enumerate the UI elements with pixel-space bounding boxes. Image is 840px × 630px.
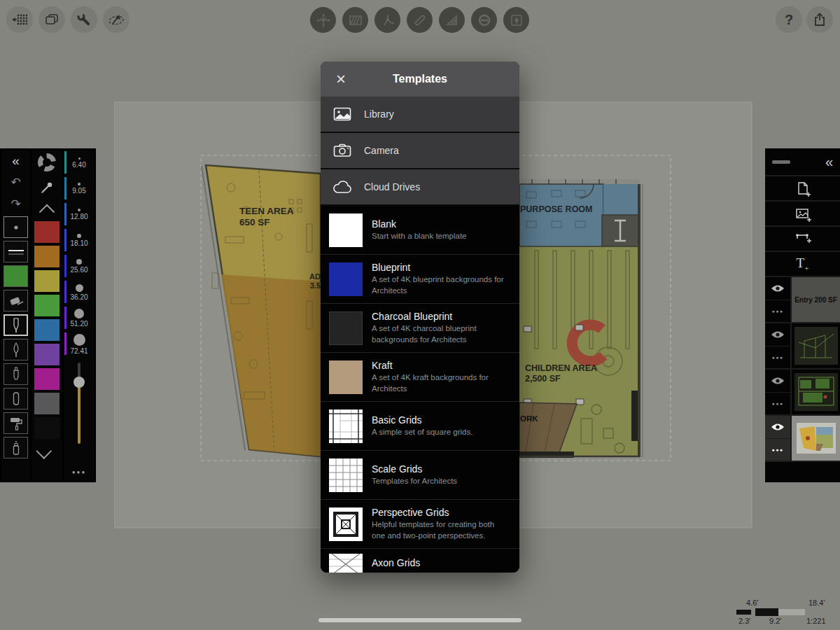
panel-drag-handle[interactable] <box>772 160 790 164</box>
template-blank[interactable]: Blank Start with a blank template <box>321 206 519 255</box>
layer-visibility-button[interactable] <box>765 416 790 439</box>
import-image-button[interactable] <box>765 202 840 227</box>
brush-size-option[interactable]: 25.60 <box>64 253 94 279</box>
share-button[interactable] <box>806 6 833 33</box>
brush-size-option[interactable]: 51.20 <box>64 305 94 331</box>
template-desc: Templates for Architects <box>372 476 457 486</box>
stamp-tool-button[interactable] <box>503 7 529 33</box>
template-axon-grids[interactable]: Axon Grids <box>321 549 519 573</box>
template-scale-grids[interactable]: Scale Grids Templates for Architects <box>321 451 519 500</box>
documents-button[interactable] <box>38 6 65 33</box>
ruler-tool-button[interactable] <box>407 7 433 33</box>
swatch-scroll-down-button[interactable] <box>31 440 62 464</box>
add-image-icon <box>794 205 812 222</box>
template-perspective-grids[interactable]: Perspective Grids Helpful templates for … <box>321 500 519 549</box>
set-square-button[interactable] <box>439 7 465 33</box>
layer-thumbnail[interactable] <box>792 370 840 414</box>
eraser-ring-button[interactable] <box>471 7 497 33</box>
undo-button[interactable]: ↶ <box>1 172 30 193</box>
select-tool-button[interactable] <box>103 6 130 33</box>
source-camera[interactable]: Camera <box>321 133 519 169</box>
eye-icon <box>771 284 785 293</box>
airbrush-tool[interactable] <box>4 437 28 458</box>
camera-icon <box>333 144 351 158</box>
adult-sf-fragment: 3.5 <box>310 281 321 290</box>
soft-pencil-tool[interactable] <box>4 216 28 238</box>
help-button[interactable]: ? <box>776 6 802 33</box>
layer-visibility-button[interactable] <box>765 323 790 346</box>
template-kraft[interactable]: Kraft A set of 4K kraft backgrounds for … <box>321 353 519 402</box>
template-blueprint[interactable]: Blueprint A set of 4K blueprint backgrou… <box>321 255 519 304</box>
canvas-grid-button[interactable] <box>6 6 33 33</box>
template-charcoal-blueprint[interactable]: Charcoal Blueprint A set of 4K charcoal … <box>321 304 519 353</box>
swatch-black[interactable] <box>34 417 59 439</box>
brush-size-option[interactable]: 12.80 <box>64 202 94 227</box>
layer-visibility-button[interactable] <box>765 370 790 393</box>
layer-thumbnail[interactable] <box>792 323 840 368</box>
colored-plan-thumbnail <box>797 423 836 454</box>
swatch-gray[interactable] <box>34 393 59 414</box>
brush-size-option[interactable]: 72.41 <box>64 331 94 357</box>
layer-options-button[interactable]: ●●● <box>765 346 790 369</box>
layer-thumbnail[interactable]: Entry 200 SF <box>792 277 840 322</box>
layer-options-button[interactable]: ●●● <box>765 393 790 415</box>
swatch-purple[interactable] <box>34 344 59 365</box>
roller-tool[interactable] <box>4 412 28 434</box>
slider-handle[interactable] <box>74 377 85 388</box>
brush-pen-tool[interactable] <box>4 339 28 360</box>
line-weight-tool[interactable] <box>4 241 28 262</box>
layer-options-button[interactable]: ●●● <box>765 300 790 323</box>
brush-options-button[interactable]: ●●● <box>64 463 94 481</box>
source-library[interactable]: Library <box>321 97 519 133</box>
redo-button[interactable]: ↷ <box>1 193 30 215</box>
swatch-yellow[interactable] <box>34 270 59 292</box>
text-tool-icon: T+ <box>797 255 809 272</box>
collapse-right-panel-button[interactable]: « <box>825 154 833 170</box>
swatch-magenta[interactable] <box>34 368 59 390</box>
chevron-up-icon <box>39 204 55 220</box>
purpose-room-label: PURPOSE ROOM <box>520 204 593 214</box>
layer-visibility-button[interactable] <box>765 277 790 300</box>
color-wheel-button[interactable] <box>31 150 62 175</box>
eraser-tool[interactable] <box>4 290 28 312</box>
layer-row-selected[interactable]: ●●● <box>765 416 840 462</box>
swatch-green[interactable] <box>34 295 59 316</box>
fill-tool-button[interactable] <box>342 7 368 33</box>
home-indicator[interactable] <box>318 618 522 622</box>
chisel-marker-tool[interactable] <box>4 388 28 410</box>
precision-tool-button[interactable] <box>374 7 400 33</box>
source-cloud-drives[interactable]: Cloud Drives <box>321 169 519 206</box>
layer-row[interactable]: ●●● <box>765 370 840 416</box>
add-text-button[interactable]: T+ <box>765 252 840 277</box>
add-selection-button[interactable] <box>765 227 840 252</box>
template-desc: A set of 4K kraft backgrounds for Archit… <box>372 372 505 393</box>
swatch-blue[interactable] <box>34 319 59 341</box>
paint-roller-icon <box>8 415 24 432</box>
transform-tool-button[interactable] <box>310 7 336 33</box>
swatch-red[interactable] <box>34 221 59 243</box>
size-slider[interactable] <box>64 357 94 463</box>
brush-size-option[interactable]: 9.05 <box>64 176 94 202</box>
brush-size-option[interactable]: 18.10 <box>64 227 94 253</box>
collapse-left-panel-button[interactable]: « <box>1 150 30 172</box>
fineliner-pen-tool[interactable] <box>4 314 28 336</box>
layer-row[interactable]: ●●● Entry 200 SF <box>765 277 840 323</box>
close-button[interactable]: × <box>330 69 351 90</box>
children-sf-label: 2,500 SF <box>525 374 561 384</box>
layer-thumbnail[interactable] <box>792 416 840 461</box>
layer-row[interactable]: ●●● <box>765 323 840 370</box>
settings-button[interactable] <box>71 6 97 33</box>
template-basic-grids[interactable]: Basic Grids A simple set of square grids… <box>321 402 519 451</box>
layer-options-button[interactable]: ●●● <box>765 439 790 461</box>
swatch-scroll-up-button[interactable] <box>31 200 62 220</box>
scale-bottom-left: 2.3' <box>738 617 750 625</box>
active-color-well[interactable] <box>4 265 28 287</box>
eyedropper-button[interactable] <box>31 175 62 200</box>
marker-pen-tool[interactable] <box>4 363 28 385</box>
ruler-icon <box>412 13 428 28</box>
swatch-orange[interactable] <box>34 246 59 267</box>
brush-size-option[interactable]: 36.20 <box>64 279 94 305</box>
right-wing: PURPOSE ROOM CHILDREN AREA 2,500 SF ORK <box>519 179 643 458</box>
new-page-button[interactable] <box>765 176 840 202</box>
brush-size-option[interactable]: 6.40 <box>64 150 94 176</box>
